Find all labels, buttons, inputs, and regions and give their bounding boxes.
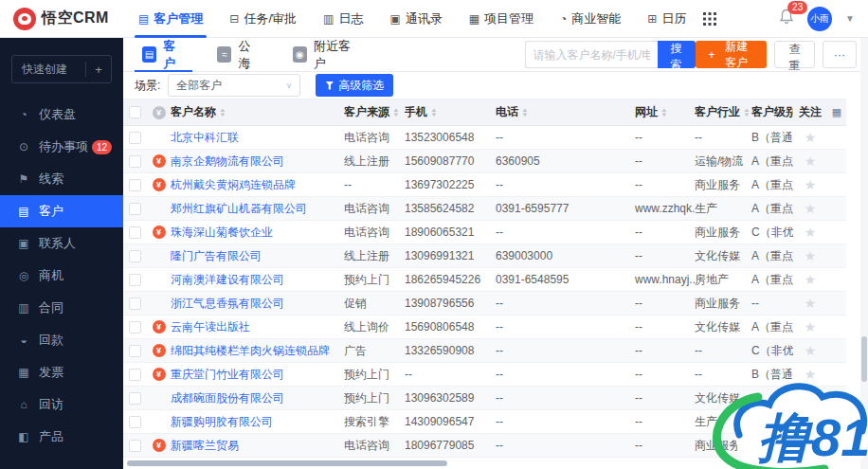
sidebar-item-联系人[interactable]: ▣ 联系人 bbox=[0, 227, 123, 260]
table-row[interactable]: ¥ 隆门广告有限公司 线上注册 13096991321 639003000 --… bbox=[123, 244, 846, 268]
search-button[interactable]: 搜索 bbox=[658, 41, 696, 68]
customer-name-link[interactable]: 南京企鹅物流有限公司 bbox=[171, 153, 284, 170]
row-checkbox[interactable] bbox=[129, 274, 141, 286]
follow-star-icon[interactable]: ★ bbox=[805, 225, 817, 240]
plus-icon[interactable]: + bbox=[86, 63, 111, 77]
apps-grid-icon[interactable] bbox=[703, 12, 716, 26]
advanced-filter-button[interactable]: 高级筛选 bbox=[316, 74, 393, 97]
row-checkbox[interactable] bbox=[129, 392, 141, 405]
top-nav-item-客户管理[interactable]: ▤ 客户管理 bbox=[125, 0, 216, 38]
table-row[interactable]: ¥ 成都碗面股份有限公司 预约上门 13096302589 -- -- 文化传媒… bbox=[123, 387, 846, 410]
column-header-source[interactable]: 客户来源▲▼ bbox=[344, 104, 405, 120]
sidebar-item-线索[interactable]: ⚑ 线索 bbox=[0, 163, 123, 195]
column-header-level[interactable]: 客户级别 bbox=[751, 104, 793, 120]
select-all-checkbox[interactable] bbox=[129, 106, 141, 118]
logo[interactable]: 悟空CRM bbox=[13, 8, 125, 30]
dedupe-button[interactable]: 查重 bbox=[774, 41, 815, 68]
customer-name-link[interactable]: 绵阳其纯楼栏羊肉火锅连锁品牌 bbox=[171, 343, 330, 359]
column-header-mobile[interactable]: 手机▲▼ bbox=[405, 104, 496, 120]
column-header-name[interactable]: 客户名称▲▼ bbox=[171, 104, 344, 120]
tab-nearby-customers[interactable]: ◉ 附近客户 bbox=[285, 38, 366, 72]
top-nav-item-项目管理[interactable]: ▦ 项目管理 bbox=[456, 0, 547, 38]
customer-name-link[interactable]: 新疆购明胶有限公司 bbox=[171, 414, 273, 430]
follow-star-icon[interactable]: ★ bbox=[805, 390, 817, 406]
follow-star-icon[interactable]: ★ bbox=[805, 319, 817, 334]
follow-star-icon[interactable]: ★ bbox=[805, 130, 817, 145]
customer-name-link[interactable]: 浙江气息香氛有限公司 bbox=[171, 296, 284, 312]
user-menu-caret-icon[interactable]: ▼ bbox=[845, 13, 855, 24]
row-checkbox[interactable] bbox=[129, 298, 141, 310]
customer-name-link[interactable]: 重庆堂门竹业有限公司 bbox=[171, 367, 284, 383]
follow-star-icon[interactable]: ★ bbox=[805, 414, 817, 429]
table-row[interactable]: ¥ 杭州戴尖黄焖鸡连锁品牌 -- 13697302225 -- -- 商业服务 … bbox=[123, 173, 846, 197]
sidebar-item-合同[interactable]: ▥ 合同 bbox=[0, 292, 123, 324]
table-row[interactable]: ¥ 南京企鹅物流有限公司 线上注册 15609087770 6360905 --… bbox=[123, 150, 846, 173]
follow-star-icon[interactable]: ★ bbox=[805, 272, 817, 287]
sidebar-item-商机[interactable]: ◎ 商机 bbox=[0, 260, 123, 292]
customer-name-link[interactable]: 珠海深山菊餐饮企业 bbox=[171, 225, 273, 241]
more-actions-button[interactable]: ··· bbox=[823, 41, 857, 68]
column-settings-icon[interactable]: ▦ bbox=[832, 106, 841, 118]
column-header-phone[interactable]: 电话▲▼ bbox=[496, 104, 635, 120]
row-checkbox[interactable] bbox=[129, 203, 141, 215]
table-row[interactable]: ¥ 绵阳其纯楼栏羊肉火锅连锁品牌 广告 13326590908 -- -- --… bbox=[123, 339, 846, 363]
sidebar-item-待办事项[interactable]: ⊙ 待办事项 12 bbox=[0, 131, 123, 163]
row-checkbox[interactable] bbox=[129, 345, 141, 357]
customer-name-link[interactable]: 郑州红旗矿山机器有限公司 bbox=[171, 201, 307, 217]
notification-bell-icon[interactable]: 23 bbox=[779, 9, 794, 28]
scene-select[interactable]: 全部客户 ∨ bbox=[168, 74, 300, 97]
search-input[interactable] bbox=[525, 41, 658, 68]
table-row[interactable]: ¥ 重庆堂门竹业有限公司 预约上门 -- -- -- -- B（普通客 ★ bbox=[123, 363, 846, 387]
tab-customers[interactable]: ▤ 客户 bbox=[135, 38, 192, 72]
table-row[interactable]: ¥ 珠海深山菊餐饮企业 电话咨询 18906065321 -- -- 商业服务 … bbox=[123, 221, 846, 244]
follow-star-icon[interactable]: ★ bbox=[805, 296, 817, 311]
row-checkbox[interactable] bbox=[129, 155, 141, 168]
row-checkbox[interactable] bbox=[129, 179, 141, 191]
follow-star-icon[interactable]: ★ bbox=[805, 153, 817, 169]
sidebar-item-回访[interactable]: ⌂ 回访 bbox=[0, 388, 123, 421]
sidebar-item-仪表盘[interactable]: ◔ 仪表盘 bbox=[0, 99, 123, 131]
column-header-website[interactable]: 网址▲▼ bbox=[635, 104, 695, 120]
user-avatar[interactable]: 小雨 bbox=[807, 7, 832, 31]
sidebar-item-回款[interactable]: ◒ 回款 bbox=[0, 324, 123, 356]
table-row[interactable]: ¥ 河南澳洋建设有限公司 预约上门 186265945226 0391-6548… bbox=[123, 268, 846, 292]
customer-name-link[interactable]: 云南午读出版社 bbox=[171, 319, 250, 335]
table-row[interactable]: ¥ 新疆购明胶有限公司 搜索引擎 14309096547 -- -- 生产 ★ bbox=[123, 410, 846, 434]
table-row[interactable]: ¥ 云南午读出版社 线上询价 15690806548 -- -- 文化传媒 A（… bbox=[123, 316, 846, 339]
table-row[interactable]: ¥ 北京中科汇联 电话咨询 13523006548 -- -- -- B（普通客… bbox=[123, 126, 846, 150]
customer-name-link[interactable]: 北京中科汇联 bbox=[171, 130, 239, 146]
customer-name-link[interactable]: 成都碗面股份有限公司 bbox=[171, 390, 284, 406]
follow-star-icon[interactable]: ★ bbox=[805, 438, 817, 453]
customer-name-link[interactable]: 杭州戴尖黄焖鸡连锁品牌 bbox=[171, 177, 296, 193]
tab-public-sea[interactable]: ≈ 公海 bbox=[209, 38, 267, 72]
sidebar-item-发票[interactable]: ▦ 发票 bbox=[0, 356, 123, 388]
follow-star-icon[interactable]: ★ bbox=[805, 248, 817, 263]
follow-star-icon[interactable]: ★ bbox=[805, 367, 817, 382]
top-nav-item-任务/审批[interactable]: ⊟ 任务/审批 bbox=[216, 0, 310, 38]
customer-name-link[interactable]: 河南澳洋建设有限公司 bbox=[171, 272, 284, 288]
table-row[interactable]: ¥ 郑州红旗矿山机器有限公司 电话咨询 13585624582 0391-659… bbox=[123, 197, 846, 221]
sidebar-item-产品[interactable]: ◧ 产品 bbox=[0, 421, 123, 453]
top-nav-item-日志[interactable]: ▥ 日志 bbox=[310, 0, 376, 38]
quick-create-button[interactable]: 快速创建 + bbox=[11, 55, 112, 83]
table-row[interactable]: ¥ 新疆喀兰贸易 电话咨询 18096779085 -- -- 商业服务 ★ bbox=[123, 434, 846, 458]
row-checkbox[interactable] bbox=[129, 321, 141, 334]
row-checkbox[interactable] bbox=[129, 132, 141, 144]
horizontal-scrollbar[interactable] bbox=[127, 460, 447, 466]
top-nav-item-通讯录[interactable]: ▣ 通讯录 bbox=[376, 0, 455, 38]
sidebar-item-客户[interactable]: ▤ 客户 bbox=[0, 195, 123, 227]
table-row[interactable]: ¥ 浙江气息香氛有限公司 促销 13908796556 -- -- 商业服务 -… bbox=[123, 292, 846, 316]
row-checkbox[interactable] bbox=[129, 250, 141, 262]
follow-star-icon[interactable]: ★ bbox=[805, 201, 817, 216]
row-checkbox[interactable] bbox=[129, 440, 141, 452]
vertical-scrollbar-thumb[interactable] bbox=[861, 336, 867, 382]
top-nav-item-日历[interactable]: ⊞ 日历 bbox=[634, 0, 699, 38]
row-checkbox[interactable] bbox=[129, 416, 141, 428]
column-header-industry[interactable]: 客户行业▲▼ bbox=[695, 104, 751, 120]
follow-star-icon[interactable]: ★ bbox=[805, 177, 817, 192]
new-customer-button[interactable]: + 新建客户 bbox=[696, 41, 767, 68]
row-checkbox[interactable] bbox=[129, 226, 141, 239]
customer-name-link[interactable]: 新疆喀兰贸易 bbox=[171, 438, 239, 454]
top-nav-item-商业智能[interactable]: ◔ 商业智能 bbox=[547, 0, 634, 38]
row-checkbox[interactable] bbox=[129, 369, 141, 381]
